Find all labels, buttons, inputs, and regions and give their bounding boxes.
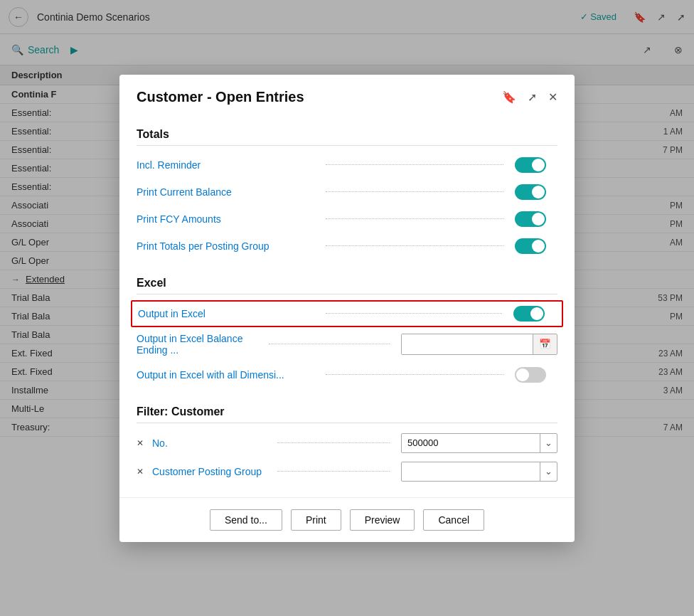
no-filter-row: ✕ No. 500000 ⌄ (137, 429, 557, 457)
output-excel-dimensi-toggle[interactable] (515, 367, 546, 383)
field-dots (326, 164, 503, 165)
date-input-wrap: 📅 (401, 334, 557, 355)
incl-reminder-control (515, 157, 557, 173)
customer-posting-x-button[interactable]: ✕ (137, 467, 144, 477)
output-in-excel-toggle[interactable] (513, 306, 545, 322)
output-excel-balance-label[interactable]: Output in Excel Balance Ending ... (137, 333, 257, 356)
field-dots (326, 218, 503, 219)
incl-reminder-row: Incl. Reminder (137, 152, 557, 179)
cancel-button[interactable]: Cancel (423, 509, 484, 531)
output-in-excel-control (513, 306, 556, 322)
output-excel-dimensi-row: Output in Excel with all Dimensi... (137, 361, 557, 388)
print-totals-posting-toggle[interactable] (515, 238, 546, 254)
date-picker-button[interactable]: 📅 (533, 334, 557, 354)
no-filter-label[interactable]: No. (152, 437, 266, 449)
date-input[interactable] (402, 334, 533, 354)
dialog-bookmark-icon[interactable]: 🔖 (502, 90, 516, 104)
field-dots (326, 245, 503, 246)
dialog-expand-icon[interactable]: ➚ (528, 90, 537, 104)
print-button[interactable]: Print (291, 509, 341, 531)
customer-posting-group-value-wrap[interactable]: ⌄ (401, 462, 557, 482)
dialog-footer: Send to... Print Preview Cancel (119, 497, 575, 542)
dialog-header-icons: 🔖 ➚ ✕ (502, 90, 557, 104)
print-fcy-amounts-control (515, 211, 557, 227)
dialog: Customer - Open Entries 🔖 ➚ ✕ Totals Inc… (119, 75, 575, 542)
filter-dots (277, 442, 390, 443)
no-filter-value: 500000 (402, 437, 540, 448)
dialog-body: Totals Incl. Reminder Print Current Bala… (119, 117, 575, 497)
customer-posting-group-row: ✕ Customer Posting Group ⌄ (137, 457, 557, 486)
dialog-header: Customer - Open Entries 🔖 ➚ ✕ (119, 75, 575, 117)
print-totals-posting-label[interactable]: Print Totals per Posting Group (137, 240, 314, 252)
output-excel-balance-row: Output in Excel Balance Ending ... 📅 (137, 327, 557, 361)
output-in-excel-label[interactable]: Output in Excel (138, 308, 314, 319)
output-in-excel-row: Output in Excel (131, 300, 563, 327)
dialog-close-icon[interactable]: ✕ (548, 90, 557, 104)
totals-section-title: Totals (137, 128, 557, 146)
field-dots (326, 191, 503, 192)
print-fcy-amounts-row: Print FCY Amounts (137, 206, 557, 233)
print-totals-posting-control (515, 238, 557, 254)
print-current-balance-toggle[interactable] (515, 184, 546, 200)
output-excel-balance-control: 📅 (401, 334, 557, 355)
no-filter-value-wrap[interactable]: 500000 ⌄ (401, 433, 557, 453)
incl-reminder-toggle[interactable] (515, 157, 546, 173)
print-fcy-amounts-label[interactable]: Print FCY Amounts (137, 213, 314, 225)
incl-reminder-label[interactable]: Incl. Reminder (137, 159, 314, 171)
field-dots (326, 374, 503, 375)
print-current-balance-row: Print Current Balance (137, 179, 557, 206)
preview-button[interactable]: Preview (350, 509, 415, 531)
output-excel-dimensi-control (515, 367, 557, 383)
print-current-balance-label[interactable]: Print Current Balance (137, 186, 314, 198)
customer-posting-group-dropdown-button[interactable]: ⌄ (540, 462, 557, 481)
print-totals-posting-row: Print Totals per Posting Group (137, 233, 557, 260)
modal-overlay: Customer - Open Entries 🔖 ➚ ✕ Totals Inc… (0, 0, 694, 616)
filter-section-title: Filter: Customer (137, 405, 557, 423)
customer-posting-group-label[interactable]: Customer Posting Group (152, 466, 266, 477)
field-dots (269, 344, 390, 344)
excel-section-title: Excel (137, 277, 557, 294)
print-fcy-amounts-toggle[interactable] (515, 211, 546, 227)
output-excel-dimensi-label[interactable]: Output in Excel with all Dimensi... (137, 369, 314, 381)
print-current-balance-control (515, 184, 557, 200)
field-dots (326, 313, 502, 314)
dialog-title: Customer - Open Entries (137, 89, 502, 105)
send-to-button[interactable]: Send to... (210, 509, 282, 531)
no-filter-dropdown-button[interactable]: ⌄ (540, 434, 557, 452)
filter-dots (277, 471, 390, 472)
no-filter-x-button[interactable]: ✕ (137, 438, 144, 448)
